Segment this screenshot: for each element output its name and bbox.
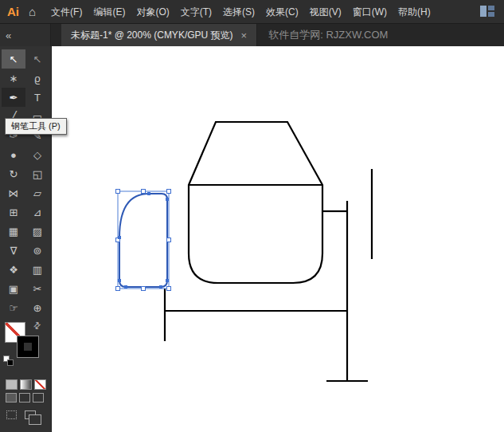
screen-mode-row bbox=[0, 410, 51, 419]
anchor-point[interactable] bbox=[118, 236, 121, 239]
column-graph-tool-icon: ▥ bbox=[33, 264, 42, 276]
slice-tool-icon: ✂ bbox=[33, 283, 42, 295]
type-tool-icon: T bbox=[34, 92, 41, 104]
swap-fill-stroke-icon[interactable]: ⇄ bbox=[31, 320, 44, 332]
menu-edit[interactable]: 编辑(E) bbox=[88, 0, 131, 24]
menu-select[interactable]: 选择(S) bbox=[217, 0, 260, 24]
anchor-point[interactable] bbox=[166, 279, 169, 282]
tool-grid: ↖ ↖ ∗ ϱ ✒ T ╱ ▭ ✑ ✎ ● ◇ ↻ ◱ ⋈ ▱ ⊞ ⊿ ▦ ▨ … bbox=[0, 46, 51, 317]
tools-panel: ↖ ↖ ∗ ϱ ✒ T ╱ ▭ ✑ ✎ ● ◇ ↻ ◱ ⋈ ▱ ⊞ ⊿ ▦ ▨ … bbox=[0, 46, 52, 432]
workspace-switcher-icon[interactable] bbox=[480, 6, 496, 18]
tool-shape-builder[interactable]: ⊞ bbox=[2, 202, 25, 222]
apply-color-row bbox=[0, 379, 51, 390]
mesh-tool-icon: ▦ bbox=[9, 226, 18, 238]
blob-brush-tool-icon: ● bbox=[10, 149, 17, 161]
direct-selection-tool-icon: ↖ bbox=[33, 53, 42, 65]
toolbar-collapse-button[interactable]: « bbox=[0, 24, 51, 46]
edit-toolbar-icon[interactable] bbox=[6, 410, 17, 419]
magic-wand-tool-icon: ∗ bbox=[10, 73, 18, 84]
scale-tool-icon: ◱ bbox=[33, 168, 42, 180]
menu-help[interactable]: 帮助(H) bbox=[393, 0, 436, 24]
tool-mesh[interactable]: ▦ bbox=[2, 222, 25, 241]
artwork-svg bbox=[52, 46, 504, 432]
tool-selection[interactable]: ↖ bbox=[2, 49, 25, 69]
zoom-tool-icon: ⊕ bbox=[33, 302, 42, 314]
tool-perspective-grid[interactable]: ⊿ bbox=[25, 202, 49, 222]
screen-mode-icon[interactable] bbox=[25, 410, 36, 419]
tool-eyedropper[interactable]: ∇ bbox=[2, 241, 25, 260]
anchor-point[interactable] bbox=[159, 285, 162, 289]
artboard-tool-icon: ▣ bbox=[9, 283, 18, 295]
tool-eraser[interactable]: ◇ bbox=[25, 145, 49, 164]
menu-type[interactable]: 文字(T) bbox=[175, 0, 217, 24]
tool-zoom[interactable]: ⊕ bbox=[25, 298, 49, 317]
selection-handle[interactable] bbox=[116, 287, 120, 291]
tool-gradient[interactable]: ▨ bbox=[25, 222, 49, 241]
color-button[interactable] bbox=[6, 379, 18, 390]
selection-handle[interactable] bbox=[167, 190, 171, 194]
shape-builder-tool-icon: ⊞ bbox=[10, 206, 18, 218]
tool-width[interactable]: ⋈ bbox=[2, 183, 25, 202]
collapse-chevrons-icon: « bbox=[6, 29, 11, 41]
symbol-sprayer-tool-icon: ❖ bbox=[9, 264, 18, 276]
tool-slice[interactable]: ✂ bbox=[25, 279, 49, 298]
selection-tool-icon: ↖ bbox=[10, 53, 18, 65]
illustrator-window: Ai ⌂ 文件(F) 编辑(E) 对象(O) 文字(T) 选择(S) 效果(C)… bbox=[0, 0, 504, 432]
anchor-point[interactable] bbox=[166, 198, 169, 201]
tool-type[interactable]: T bbox=[25, 88, 49, 107]
document-tab[interactable]: 未标题-1* @ 200% (CMYK/GPU 预览) × bbox=[61, 24, 257, 46]
draw-inside-button[interactable] bbox=[33, 393, 44, 403]
artwork-mixer-drum[interactable] bbox=[189, 122, 322, 283]
selection-handle[interactable] bbox=[167, 238, 171, 242]
tool-symbol-sprayer[interactable]: ❖ bbox=[2, 260, 25, 279]
menu-effect[interactable]: 效果(C) bbox=[260, 0, 304, 24]
document-tab-title: 未标题-1* @ 200% (CMYK/GPU 预览) bbox=[71, 29, 233, 42]
fill-stroke-area: ⇄ bbox=[0, 317, 51, 376]
tool-rotate[interactable]: ↻ bbox=[2, 164, 25, 183]
none-button[interactable] bbox=[34, 379, 46, 390]
blend-tool-icon: ⊚ bbox=[33, 245, 42, 257]
artwork-selected-hopper[interactable] bbox=[119, 194, 167, 287]
draw-normal-button[interactable] bbox=[6, 393, 17, 403]
stroke-swatch-black[interactable] bbox=[18, 336, 38, 357]
pen-tool-tooltip: 钢笔工具 (P) bbox=[5, 118, 67, 135]
drawing-modes-row bbox=[0, 393, 51, 403]
tool-hand[interactable]: ☞ bbox=[2, 298, 25, 317]
menu-file[interactable]: 文件(F) bbox=[45, 0, 88, 24]
eyedropper-tool-icon: ∇ bbox=[10, 245, 18, 257]
tool-blob-brush[interactable]: ● bbox=[2, 145, 25, 164]
anchor-point[interactable] bbox=[118, 279, 121, 282]
tool-magic-wand[interactable]: ∗ bbox=[2, 69, 25, 88]
tool-pen[interactable]: ✒ bbox=[2, 88, 25, 107]
perspective-grid-tool-icon: ⊿ bbox=[33, 206, 42, 218]
tool-column-graph[interactable]: ▥ bbox=[25, 260, 49, 279]
tab-bar: « 未标题-1* @ 200% (CMYK/GPU 预览) × 软件自学网: R… bbox=[0, 24, 504, 46]
tool-free-transform[interactable]: ▱ bbox=[25, 183, 49, 202]
rotate-tool-icon: ↻ bbox=[10, 168, 18, 180]
width-tool-icon: ⋈ bbox=[9, 187, 19, 199]
default-fill-stroke-icon[interactable] bbox=[3, 355, 14, 367]
tool-direct-selection[interactable]: ↖ bbox=[25, 49, 49, 69]
draw-behind-button[interactable] bbox=[19, 393, 30, 403]
canvas[interactable] bbox=[52, 46, 504, 432]
anchor-point[interactable] bbox=[147, 192, 150, 195]
tool-blend[interactable]: ⊚ bbox=[25, 241, 49, 260]
home-icon[interactable]: ⌂ bbox=[27, 5, 45, 18]
menu-object[interactable]: 对象(O) bbox=[131, 0, 174, 24]
tab-close-icon[interactable]: × bbox=[241, 29, 248, 41]
tool-artboard[interactable]: ▣ bbox=[2, 279, 25, 298]
selection-handle[interactable] bbox=[116, 190, 120, 194]
menu-bar: Ai ⌂ 文件(F) 编辑(E) 对象(O) 文字(T) 选择(S) 效果(C)… bbox=[0, 0, 504, 24]
anchor-point[interactable] bbox=[124, 285, 127, 289]
tool-scale[interactable]: ◱ bbox=[25, 164, 49, 183]
hand-tool-icon: ☞ bbox=[9, 302, 18, 314]
free-transform-tool-icon: ▱ bbox=[33, 187, 41, 199]
menu-window[interactable]: 窗口(W) bbox=[347, 0, 393, 24]
selection-handle[interactable] bbox=[167, 287, 171, 291]
gradient-button[interactable] bbox=[20, 379, 32, 390]
menu-view[interactable]: 视图(V) bbox=[304, 0, 347, 24]
selection-handle[interactable] bbox=[142, 287, 146, 291]
tool-lasso[interactable]: ϱ bbox=[25, 69, 49, 88]
selection-handle[interactable] bbox=[142, 190, 146, 194]
gradient-tool-icon: ▨ bbox=[33, 226, 42, 238]
